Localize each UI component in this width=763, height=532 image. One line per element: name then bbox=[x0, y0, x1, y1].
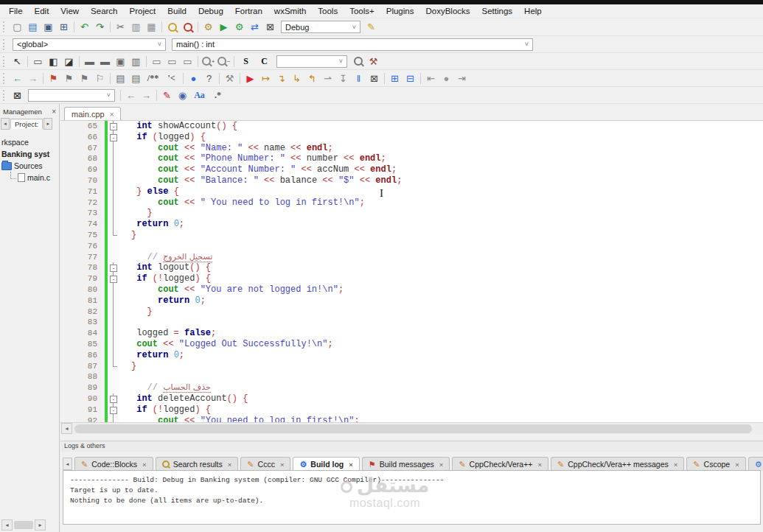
project-banking-system-item[interactable]: Banking syst bbox=[0, 148, 59, 160]
regex-button[interactable]: .* bbox=[209, 88, 227, 102]
menu-help[interactable]: Help bbox=[518, 5, 548, 17]
undo-button[interactable]: ↶ bbox=[77, 20, 92, 34]
scroll-right-icon[interactable]: ▸ bbox=[35, 519, 46, 531]
wxsmith-resource-button[interactable]: ◧ bbox=[46, 55, 61, 69]
tab-debugger[interactable]: ⚙Debu× bbox=[748, 457, 763, 471]
copy-button[interactable]: ▥ bbox=[128, 20, 144, 34]
management-hscrollbar[interactable]: ◂ ▸ bbox=[1, 519, 55, 531]
tab-search-results[interactable]: Search results× bbox=[156, 457, 239, 471]
zoom-out-button[interactable]: − bbox=[216, 55, 231, 69]
close-icon[interactable]: × bbox=[110, 111, 114, 119]
menu-search[interactable]: Search bbox=[85, 5, 123, 17]
workspace-item[interactable]: rkspace bbox=[0, 136, 59, 148]
abort-build-button[interactable]: ⊠ bbox=[262, 20, 278, 34]
menu-settings[interactable]: Settings bbox=[476, 5, 519, 17]
scope-select[interactable]: <global>˅ bbox=[13, 38, 166, 51]
insert-struct-button[interactable]: S bbox=[237, 55, 255, 69]
tab-cscope[interactable]: ✎Cscope× bbox=[686, 457, 745, 471]
zoom-in-button[interactable]: + bbox=[201, 55, 216, 69]
code-editor[interactable]: 65- int showAccount() {66- if (logged) {… bbox=[60, 120, 763, 423]
open-file-button[interactable]: ▤ bbox=[25, 20, 41, 34]
close-icon[interactable]: × bbox=[228, 461, 232, 469]
pointer-tool-button[interactable]: ↖ bbox=[10, 55, 25, 69]
scroll-left-icon[interactable]: ◂ bbox=[61, 423, 72, 434]
close-icon[interactable]: × bbox=[735, 461, 739, 469]
rebuild-button[interactable]: ⇄ bbox=[247, 20, 262, 34]
menu-doxyblocks[interactable]: DoxyBlocks bbox=[419, 5, 475, 17]
editor-hscrollbar[interactable]: ◂ bbox=[60, 422, 763, 434]
menu-file[interactable]: File bbox=[3, 5, 29, 17]
align-left-button[interactable]: ▬ bbox=[82, 55, 97, 69]
clear-bookmarks-button[interactable]: ⚐ bbox=[92, 71, 108, 85]
menu-build[interactable]: Build bbox=[161, 5, 192, 17]
border-medium-button[interactable]: ▭ bbox=[164, 55, 180, 69]
match-case-button[interactable]: Aa bbox=[190, 88, 209, 102]
wrench-settings-button[interactable]: ⚒ bbox=[366, 55, 381, 69]
wxsmith-search-input[interactable]: ˅ bbox=[276, 55, 347, 68]
tab-build-messages[interactable]: ⚑Build messages× bbox=[362, 457, 450, 471]
fold-box-icon[interactable]: - bbox=[110, 123, 117, 130]
tabs-scroll-left-icon[interactable]: ◂ bbox=[1, 118, 10, 130]
function-select[interactable]: main() : int˅ bbox=[172, 38, 533, 51]
browse-forward-button[interactable]: → bbox=[25, 71, 41, 85]
insert-class-button[interactable]: C bbox=[255, 55, 274, 69]
various-info-button[interactable]: ⊟ bbox=[403, 71, 418, 85]
tools-wrench-button[interactable]: ⚒ bbox=[222, 71, 237, 85]
next-bookmark-button[interactable]: ⚑ bbox=[77, 71, 92, 85]
build-target-select[interactable]: Debug˅ bbox=[281, 21, 360, 33]
debug-continue-button[interactable]: ▶ bbox=[243, 71, 258, 85]
pause-debug-button[interactable]: ‖ bbox=[351, 71, 366, 85]
highlight-all-button[interactable]: ✎ bbox=[159, 88, 175, 102]
menu-fortran[interactable]: Fortran bbox=[229, 5, 268, 17]
new-file-button[interactable]: ▢ bbox=[10, 20, 25, 34]
incsearch-prev-button[interactable]: ← bbox=[123, 88, 139, 102]
close-icon[interactable]: × bbox=[439, 461, 444, 469]
build-and-run-button[interactable]: ⚙ bbox=[231, 20, 247, 34]
comment-button[interactable]: ▤ bbox=[113, 71, 128, 85]
menu-wxsmith[interactable]: wxSmith bbox=[268, 5, 312, 17]
tab-cppcheck-vera[interactable]: ✎CppCheck/Vera++× bbox=[452, 457, 548, 471]
cut-button[interactable]: ✂ bbox=[113, 20, 128, 34]
save-all-button[interactable]: ⊞ bbox=[56, 20, 72, 34]
menu-project[interactable]: Project bbox=[124, 5, 162, 17]
menu-plugins[interactable]: Plugins bbox=[380, 5, 420, 17]
next-line-button[interactable]: ↴ bbox=[274, 71, 289, 85]
close-icon[interactable]: × bbox=[349, 461, 353, 469]
border-large-button[interactable]: ▭ bbox=[180, 55, 195, 69]
stream-comment-button[interactable]: '< bbox=[162, 71, 181, 85]
main-cpp-item[interactable]: main.c bbox=[0, 172, 59, 183]
close-icon[interactable]: × bbox=[142, 461, 147, 469]
scripts-button[interactable]: ✎ bbox=[363, 20, 379, 34]
fold-box-icon[interactable]: - bbox=[110, 407, 117, 414]
fold-box-icon[interactable]: - bbox=[110, 396, 117, 403]
tab-build-log[interactable]: ⚙Build log× bbox=[293, 457, 359, 471]
block-comment-button[interactable]: /** bbox=[144, 71, 162, 85]
incsearch-input[interactable]: ˅ bbox=[28, 89, 115, 102]
run-button[interactable]: ▶ bbox=[216, 20, 231, 34]
build-button[interactable]: ⚙ bbox=[201, 20, 216, 34]
align-bottom-button[interactable]: ▥ bbox=[128, 55, 144, 69]
tabs-scroll-left-icon[interactable]: ◂ bbox=[63, 458, 72, 470]
step-into-instruction-button[interactable]: ↧ bbox=[335, 71, 351, 85]
align-top-button[interactable]: ▣ bbox=[113, 55, 128, 69]
stop-debug-button[interactable]: ⊠ bbox=[366, 71, 382, 85]
menu-debug[interactable]: Debug bbox=[192, 5, 229, 17]
step-into-button[interactable]: ↳ bbox=[289, 71, 304, 85]
step-out-button[interactable]: ↰ bbox=[304, 71, 320, 85]
tab-cppcheck-vera-messages[interactable]: ✎CppCheck/Vera++ messages× bbox=[551, 457, 684, 471]
tab-cccc[interactable]: ✎Cccc× bbox=[240, 457, 290, 471]
scroll-left-icon[interactable]: ◂ bbox=[1, 519, 13, 531]
sources-folder-item[interactable]: Sources bbox=[0, 160, 59, 172]
tab-codeblocks[interactable]: ✎Code::Blocks× bbox=[74, 457, 153, 471]
selected-scope-button[interactable]: ◉ bbox=[175, 88, 190, 102]
toggle-bookmark-button[interactable]: ⚑ bbox=[46, 71, 61, 85]
incsearch-next-button[interactable]: → bbox=[139, 88, 154, 102]
menu-tools[interactable]: Tools bbox=[312, 5, 344, 17]
align-right-button[interactable]: ▬ bbox=[97, 55, 113, 69]
wxsmith-source-button[interactable]: ▭ bbox=[30, 55, 46, 69]
browse-back-button[interactable]: ← bbox=[10, 71, 25, 85]
fold-box-icon[interactable]: - bbox=[110, 265, 117, 272]
scrollbar-thumb[interactable] bbox=[14, 521, 33, 529]
menu-edit[interactable]: Edit bbox=[29, 5, 55, 17]
wxsmith-designer-button[interactable]: ◪ bbox=[61, 55, 77, 69]
